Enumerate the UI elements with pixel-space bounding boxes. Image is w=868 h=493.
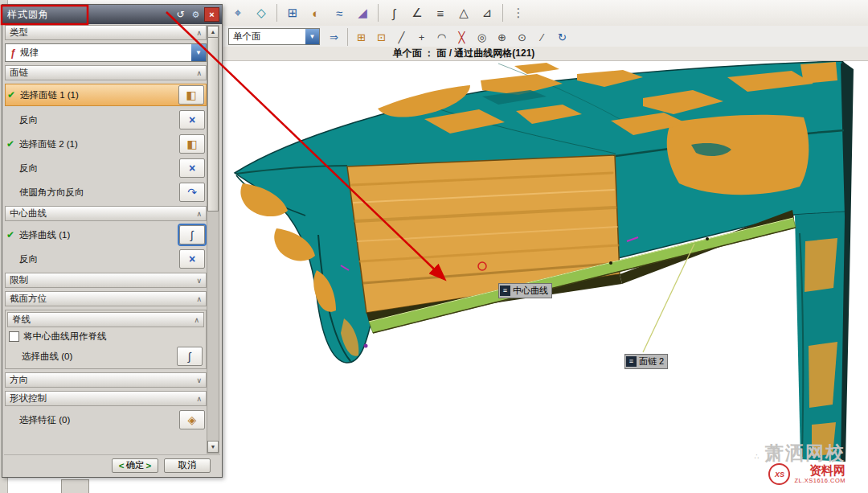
scroll-up-icon[interactable]: ▲ [207,26,219,38]
collapse-chevron-icon: ∧ [196,69,202,77]
collapse-chevron-icon: ∧ [196,395,202,403]
expand-chevron-icon: ∨ [196,277,202,285]
ok-right-arrow: > [146,461,152,470]
section-header-face-chain[interactable]: 面链 ∧ [5,65,207,80]
section-header-center-curve[interactable]: 中心曲线 ∧ [5,206,207,221]
use-center-curve-checkbox[interactable] [9,331,19,342]
datum-plane-icon[interactable]: ◇ [251,2,272,23]
toolbar-separator [502,4,503,22]
cancel-button[interactable]: 取消 [164,458,211,473]
type-dropdown-value: 规律 [20,47,191,59]
select-face-chain-2-row[interactable]: ✔ 选择面链 2 (1) ◧ [5,134,207,154]
ok-label: 确定 [126,459,145,471]
collapse-chevron-icon: ∧ [196,210,202,218]
snap-point-icon[interactable]: ⌖ [227,2,248,23]
selection-filter-value: 单个面 [229,31,305,43]
dialog-options-gear-icon[interactable]: ⚙ [189,8,203,21]
shape-control-header-label: 形状控制 [10,392,47,405]
type-dropdown[interactable]: ƒ 规律 ▼ [5,43,207,62]
point-on-curve-snap-icon[interactable]: ∕ [533,28,551,46]
status-text: 单个面 ： 面 / 通过曲线网格(121) [223,47,705,60]
reverse-direction-icon[interactable]: × [179,249,205,269]
use-center-curve-as-spine-row: 将中心曲线用作脊线 [7,329,204,344]
collapse-chevron-icon: ∧ [196,29,202,37]
select-spine-curve-row[interactable]: 选择曲线 (0) ∫ [7,346,204,367]
peak-analysis-icon[interactable]: △ [453,2,474,23]
curve-comb-icon[interactable]: ∫ [383,2,404,23]
chevron-down-icon[interactable]: ▼ [191,44,206,61]
face-chain-2-label: ≡ 面链 2 [624,354,668,369]
section-header-direction[interactable]: 方向 ∨ [5,372,207,388]
selection-filter-dropdown[interactable]: 单个面 ▼ [228,28,320,45]
ok-left-arrow: < [119,461,125,470]
curve-select-icon[interactable]: ∫ [177,347,203,366]
reverse-blend-icon[interactable]: ↷ [179,183,205,202]
toolbar-separator [276,4,277,22]
section-header-type[interactable]: 类型 ∧ [5,25,207,40]
chevron-down-icon[interactable]: ▼ [305,29,319,44]
center-snap-icon[interactable]: ◎ [473,28,491,46]
curve-select-icon[interactable]: ∫ [179,225,205,244]
main-toolbar-icons: ⌖◇⊞◐≈◢∫∠≡△⊿⋮ [227,2,529,23]
snap-grid-icon[interactable]: ⊞ [352,28,371,46]
arc-snap-icon[interactable]: ◠ [432,28,451,46]
center-curve-label: ≡ 中心曲线 [498,283,552,298]
select-face-chain-2-label: 选择面链 2 (1) [19,138,177,150]
scroll-down-icon[interactable]: ▼ [207,441,219,453]
dialog-body: 类型 ∧ ƒ 规律 ▼ 面链 ∧ ✔ 选择面链 1 (1) ◧ 反向 × [5,25,207,454]
reverse-direction-icon[interactable]: × [179,110,205,129]
use-center-curve-label: 将中心曲线用作脊线 [23,331,107,343]
toolbar-separator [347,28,348,46]
center-curve-label-text: 中心曲线 [513,285,548,297]
dialog-titlebar[interactable]: 样式圆角 ↺ ⚙ × [2,5,222,24]
spine-header-label: 脊线 [12,314,31,326]
select-feature-row[interactable]: 选择特征 (0) ◈ [5,409,207,430]
limits-header-label: 限制 [10,274,28,286]
reverse-face-chain-2-row: 反向 × [5,158,207,179]
reverse-blend-label: 使圆角方向反向 [19,187,177,199]
face-chain-select-icon[interactable]: ◧ [179,134,205,154]
section-header-section-orientation[interactable]: 截面方位 ∧ [5,291,207,306]
selection-filter-apply-icon[interactable]: ⇒ [325,28,343,46]
end-point-snap-icon[interactable]: ╱ [392,28,411,46]
section-surface-icon[interactable]: ◢ [352,2,373,23]
collapse-chevron-icon: ∧ [196,295,202,303]
snap-point-grid-icon[interactable]: ⊡ [372,28,391,46]
feature-select-icon[interactable]: ◈ [179,410,205,429]
reset-icon[interactable]: ↺ [174,8,187,21]
intersection-snap-icon[interactable]: ╳ [452,28,471,46]
close-icon[interactable]: × [204,7,219,22]
section-header-spine[interactable]: 脊线 ∧ [7,312,204,327]
through-curves-icon[interactable]: ⊞ [282,2,303,23]
select-center-curve-row[interactable]: ✔ 选择曲线 (1) ∫ [5,224,207,245]
highlight-lines-icon[interactable]: ≡ [430,2,451,23]
existing-point-snap-icon[interactable]: ⊙ [513,28,531,46]
spine-group: 脊线 ∧ 将中心曲线用作脊线 选择曲线 (0) ∫ [5,310,207,369]
swept-icon[interactable]: ◐ [305,2,326,23]
toolbar-overflow-icon[interactable]: ⋮ [508,2,529,23]
reverse-face-chain-1-row: 反向 × [5,109,207,130]
select-face-chain-1-row[interactable]: ✔ 选择面链 1 (1) ◧ [5,84,207,106]
ruled-surface-icon[interactable]: ≈ [329,2,350,23]
dialog-scrollbar[interactable]: ▲ ▼ [207,25,219,454]
select-spine-curve-label: 选择曲线 (0) [22,351,174,363]
section-header-shape-control[interactable]: 形状控制 ∧ [5,391,207,406]
taskbar-fragment [61,479,89,493]
mid-point-snap-icon[interactable]: + [412,28,431,46]
select-center-curve-label: 选择曲线 (1) [19,229,177,241]
section-header-limits[interactable]: 限制 ∨ [5,273,207,288]
draft-analysis-icon[interactable]: ⊿ [477,2,497,23]
ok-button[interactable]: < 确定 > [112,458,158,473]
watermark-logo: XS [768,463,790,485]
quadrant-snap-icon[interactable]: ⊕ [493,28,511,46]
scrollbar-thumb[interactable] [207,37,219,212]
reverse-center-curve-row: 反向 × [5,249,207,269]
watermark-name: 萧洒网校 [765,442,845,463]
face-chain-select-icon[interactable]: ◧ [178,85,204,105]
center-curve-header-label: 中心曲线 [10,207,47,220]
reverse-direction-icon[interactable]: × [179,158,205,178]
face-chain-2-label-text: 面链 2 [639,355,664,368]
deviation-gauge-icon[interactable]: ∠ [407,2,428,23]
watermark-url: ZL.XS1616.COM [794,477,845,484]
rotate-view-icon[interactable]: ↻ [553,28,571,46]
